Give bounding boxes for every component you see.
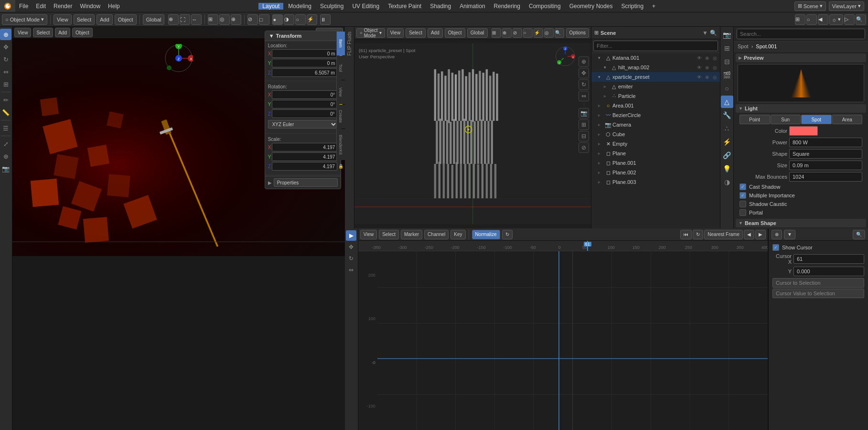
tab-create[interactable]: Create <box>336 105 345 129</box>
timeline-tool-3[interactable]: ↻ <box>346 253 356 264</box>
tl-channel-btn[interactable]: Channel <box>424 230 449 239</box>
workspace-texture-paint[interactable]: Texture Paint <box>384 3 425 10</box>
annotate-tool[interactable]: ✏ <box>0 94 11 106</box>
add-btn[interactable]: Add <box>96 14 113 25</box>
transform-icon-1[interactable]: ⊕ <box>168 14 179 25</box>
location-x-input[interactable] <box>272 49 337 58</box>
overlay-btn[interactable]: ⊘ <box>247 14 258 25</box>
object-btn[interactable]: Object <box>115 14 137 25</box>
outliner-item-hilt[interactable]: ▾ △ hilt_wrap.002 👁 ⊕ ◎ <box>591 63 720 72</box>
outliner-item-plane003[interactable]: ▹ ◻ Plane.003 <box>591 177 720 187</box>
timeline-ruler[interactable]: -350 -300 -250 -200 -150 -100 -50 0 50 1… <box>358 241 768 251</box>
cast-shadow-checkbox[interactable]: ✓ <box>739 183 746 190</box>
vp-right-tool-8[interactable]: ⊘ <box>579 142 589 153</box>
vp-right-tool-1[interactable]: ⊕ <box>579 56 589 67</box>
max-bounces-value[interactable]: 1024 <box>789 172 862 182</box>
add-object-tool[interactable]: ☰ <box>0 122 11 134</box>
vp-right-icons-7[interactable]: 🔍 <box>555 28 564 38</box>
hilt-render-icon[interactable]: ◎ <box>711 64 718 71</box>
prop-tab-data[interactable]: 💡 <box>721 162 733 175</box>
prop-tab-scene[interactable]: 🎬 <box>721 69 733 81</box>
show-cursor-checkbox[interactable]: ✓ <box>772 244 779 251</box>
vp-right-view-btn[interactable]: View <box>387 28 404 38</box>
workspace-animation[interactable]: Animation <box>456 3 489 10</box>
blender-logo[interactable] <box>0 0 15 12</box>
right-icon-1[interactable]: ⊞ <box>795 14 805 25</box>
outliner-item-camera[interactable]: ▹ 📷 Camera <box>591 120 720 129</box>
scale-tool[interactable]: ⇔ <box>0 66 11 77</box>
vp-right-tool-4[interactable]: ⇔ <box>579 91 589 101</box>
view-btn[interactable]: View <box>54 14 72 25</box>
shape-value[interactable]: Square <box>789 149 862 159</box>
multiple-importance-checkbox[interactable]: ✓ <box>739 192 746 199</box>
scale-y-input[interactable] <box>272 152 337 161</box>
prop-tab-constraints[interactable]: 🔗 <box>721 149 733 161</box>
timeline-tool-1[interactable]: ▶ <box>346 230 356 241</box>
light-header[interactable]: ▼ Light <box>736 104 866 113</box>
hilt-cursor-icon[interactable]: ⊕ <box>704 64 710 71</box>
extra-tool-1[interactable]: ⤢ <box>0 138 11 150</box>
prop-tab-modifiers[interactable]: 🔧 <box>721 109 733 121</box>
outliner-filter-btn[interactable]: ▼ <box>702 30 708 36</box>
timeline-tool-4[interactable]: ⇔ <box>346 265 356 275</box>
vp-right-tool-3[interactable]: ↻ <box>579 79 589 90</box>
material-shading-btn[interactable]: ◑ <box>284 14 294 25</box>
viewport-canvas[interactable]: View Select Add Object Options ▾ Y X <box>12 27 345 256</box>
vp-right-tool-7[interactable]: ⊟ <box>579 131 589 141</box>
beam-shape-header[interactable]: ▼ Beam Shape <box>736 219 866 227</box>
vp-left-select-btn[interactable]: Select <box>33 28 53 37</box>
extra-tool-2[interactable]: ⊕ <box>0 150 11 162</box>
outliner-item-plane001[interactable]: ▹ ◻ Plane.001 <box>591 158 720 168</box>
tab-item[interactable]: Item <box>336 32 345 55</box>
vp-right-icons-4[interactable]: ○ <box>523 28 533 38</box>
size-value[interactable]: 0.09 m <box>789 161 862 170</box>
cursor-tool[interactable]: ⊕ <box>0 29 11 40</box>
sc-z-lock[interactable]: 🔒 <box>338 163 343 169</box>
prop-tab-particles[interactable]: ∴ <box>721 122 733 135</box>
outliner-search-input[interactable] <box>593 41 718 51</box>
color-picker[interactable] <box>789 126 818 136</box>
cursor-filter-btn[interactable]: ▼ <box>784 230 795 239</box>
menu-file[interactable]: File <box>15 0 32 12</box>
tab-tool[interactable]: Tool <box>336 56 345 80</box>
vp-right-mode-btn[interactable]: ○ Object Mode ▾ <box>356 28 385 38</box>
outliner-item-area001[interactable]: ▹ ○ Area.001 <box>591 101 720 110</box>
tl-select-btn[interactable]: Select <box>379 230 399 239</box>
flip-fluids-label[interactable]: FLIP Fluids <box>347 29 352 58</box>
pause-btn[interactable]: ⏸ <box>320 14 331 25</box>
tl-next-frame-btn[interactable]: ▶ <box>755 230 766 239</box>
tl-prev-frame-btn[interactable]: ◀ <box>744 230 754 239</box>
outliner-item-plane002[interactable]: ▹ ◻ Plane.002 <box>591 168 720 177</box>
workspace-rendering[interactable]: Rendering <box>490 3 524 10</box>
vp-right-tool-5[interactable]: 📷 <box>579 108 589 118</box>
right-icon-2[interactable]: ○ <box>806 14 817 25</box>
timeline-tool-2[interactable]: ✥ <box>346 242 356 252</box>
add-workspace-btn[interactable]: + <box>648 3 659 10</box>
workspace-layout[interactable]: Layout <box>258 3 283 10</box>
workspace-compositing[interactable]: Compositing <box>525 3 565 10</box>
prop-tab-object[interactable]: △ <box>721 96 733 108</box>
vp-right-tool-2[interactable]: ✥ <box>579 68 589 78</box>
tl-nearest-frame-btn[interactable]: Nearest Frame <box>704 230 743 239</box>
vp-left-add-btn[interactable]: Add <box>55 28 70 37</box>
transform-btn[interactable]: Global <box>143 14 165 25</box>
mode-select-btn[interactable]: ○ Object Mode ▾ <box>2 14 47 25</box>
xparticle-render-icon[interactable]: ◎ <box>711 74 718 80</box>
viewport-left[interactable]: View Select Add Object Options ▾ Y X <box>12 27 345 430</box>
preview-header[interactable]: ▶ Light Preview <box>736 54 866 62</box>
measure-tool[interactable]: 📏 <box>0 107 11 118</box>
rendered-shading-btn[interactable]: ○ <box>295 14 306 25</box>
cursor-x-val[interactable]: 61 <box>793 254 864 264</box>
portal-checkbox[interactable] <box>739 209 746 216</box>
light-type-sun[interactable]: Sun <box>771 115 801 124</box>
render-btn[interactable]: ▷ <box>844 14 855 25</box>
outliner-item-particle[interactable]: ▹ ∴ Particle <box>591 91 720 101</box>
cursor-icon-btn[interactable]: ⊕ <box>772 230 782 239</box>
cursor-search-btn[interactable]: 🔍 <box>853 230 865 239</box>
eevee-btn[interactable]: ⚡ <box>307 14 317 25</box>
rotation-z-input[interactable] <box>272 109 337 118</box>
vp-right-tool-6[interactable]: ⊞ <box>579 119 589 130</box>
katana-render-icon[interactable]: ◎ <box>711 54 718 61</box>
vp-right-add-btn[interactable]: Add <box>428 28 443 38</box>
workspace-modeling[interactable]: Modeling <box>284 3 315 10</box>
